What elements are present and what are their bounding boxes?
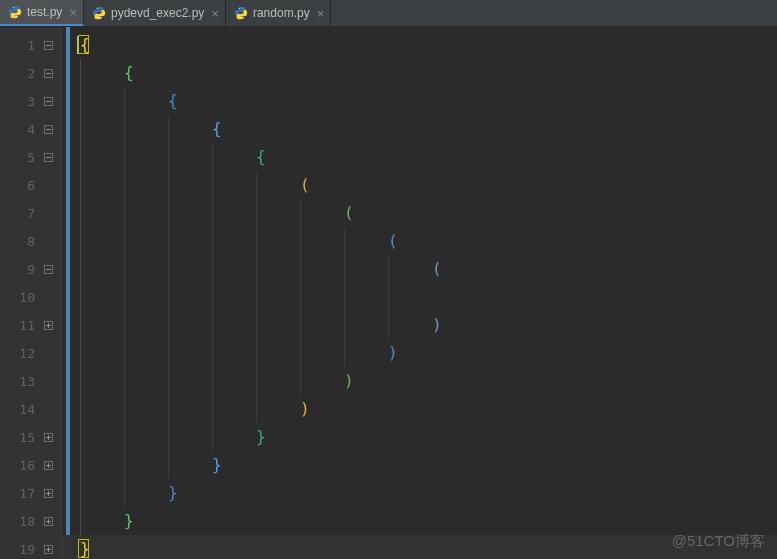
- gutter-row: 2: [0, 59, 61, 87]
- gutter-row: 7: [0, 199, 61, 227]
- line-number: 14: [3, 402, 35, 417]
- indent-guide: [300, 255, 301, 283]
- code-line: ): [62, 339, 777, 367]
- indent-guide: [256, 339, 257, 367]
- bracket-char: }: [124, 513, 134, 529]
- line-number: 6: [3, 178, 35, 193]
- line-number: 12: [3, 346, 35, 361]
- bracket-char: (: [388, 233, 398, 249]
- bracket-char: {: [124, 65, 134, 81]
- code-area[interactable]: {{{{{(((())))}}}}}: [62, 27, 777, 559]
- close-icon[interactable]: ×: [69, 6, 77, 19]
- line-number: 19: [3, 542, 35, 557]
- code-line: ): [62, 395, 777, 423]
- fold-open-icon[interactable]: [44, 125, 53, 134]
- bracket-char: ): [300, 401, 310, 417]
- tab-random-py[interactable]: random.py×: [226, 0, 331, 26]
- indent-guide: [300, 367, 301, 395]
- line-number: 11: [3, 318, 35, 333]
- gutter-row: 10: [0, 283, 61, 311]
- indent-guide: [256, 283, 257, 311]
- indent-guide: [80, 451, 81, 479]
- indent-guide: [256, 227, 257, 255]
- indent-guide: [168, 171, 169, 199]
- indent-guide: [256, 199, 257, 227]
- code-line: {: [62, 87, 777, 115]
- line-number: 2: [3, 66, 35, 81]
- close-icon[interactable]: ×: [317, 7, 325, 20]
- bracket-char: ): [432, 317, 442, 333]
- fold-open-icon[interactable]: [44, 69, 53, 78]
- indent-guide: [256, 311, 257, 339]
- fold-open-icon[interactable]: [44, 265, 53, 274]
- indent-guide: [168, 227, 169, 255]
- indent-guide: [168, 115, 169, 143]
- indent-guide: [212, 143, 213, 171]
- indent-guide: [212, 339, 213, 367]
- close-icon[interactable]: ×: [211, 7, 219, 20]
- tab-label: random.py: [253, 6, 310, 20]
- code-line: (: [62, 227, 777, 255]
- fold-close-icon[interactable]: [44, 433, 53, 442]
- line-number: 16: [3, 458, 35, 473]
- indent-guide: [124, 479, 125, 507]
- indent-guide: [124, 451, 125, 479]
- bracket-char: }: [212, 457, 222, 473]
- svg-point-4: [239, 8, 240, 9]
- gutter-row: 14: [0, 395, 61, 423]
- indent-guide: [124, 143, 125, 171]
- code-line: {: [62, 115, 777, 143]
- line-number: 10: [3, 290, 35, 305]
- tab-test-py[interactable]: test.py×: [0, 0, 84, 26]
- indent-guide: [124, 199, 125, 227]
- indent-guide: [124, 283, 125, 311]
- indent-guide: [256, 171, 257, 199]
- code-line: (: [62, 171, 777, 199]
- line-number: 9: [3, 262, 35, 277]
- indent-guide: [168, 255, 169, 283]
- bracket-char: }: [168, 485, 178, 501]
- tab-label: pydevd_exec2.py: [111, 6, 204, 20]
- indent-guide: [344, 255, 345, 283]
- tab-bar: test.py×pydevd_exec2.py×random.py×: [0, 0, 777, 27]
- fold-open-icon[interactable]: [44, 97, 53, 106]
- indent-guide: [168, 283, 169, 311]
- line-number: 15: [3, 430, 35, 445]
- bracket-char: }: [80, 541, 90, 557]
- bracket-char: ): [344, 373, 354, 389]
- gutter-row: 18: [0, 507, 61, 535]
- indent-guide: [124, 423, 125, 451]
- indent-guide: [124, 395, 125, 423]
- fold-open-icon[interactable]: [44, 153, 53, 162]
- gutter-row: 1: [0, 31, 61, 59]
- line-number: 13: [3, 374, 35, 389]
- fold-close-icon[interactable]: [44, 489, 53, 498]
- bracket-char: (: [300, 177, 310, 193]
- indent-guide: [212, 311, 213, 339]
- fold-close-icon[interactable]: [44, 321, 53, 330]
- indent-guide: [168, 143, 169, 171]
- code-line: }: [62, 535, 777, 559]
- fold-open-icon[interactable]: [44, 41, 53, 50]
- indent-guide: [80, 199, 81, 227]
- indent-guide: [256, 367, 257, 395]
- indent-guide: [80, 143, 81, 171]
- line-number: 8: [3, 234, 35, 249]
- indent-guide: [80, 311, 81, 339]
- indent-guide: [388, 255, 389, 283]
- code-line: ): [62, 311, 777, 339]
- indent-guide: [388, 283, 389, 311]
- tab-pydevd_exec2-py[interactable]: pydevd_exec2.py×: [84, 0, 226, 26]
- fold-close-icon[interactable]: [44, 517, 53, 526]
- indent-guide: [344, 227, 345, 255]
- line-number: 5: [3, 150, 35, 165]
- line-number: 18: [3, 514, 35, 529]
- indent-guide: [80, 479, 81, 507]
- indent-guide: [344, 339, 345, 367]
- bracket-char: }: [256, 429, 266, 445]
- code-line: {: [62, 31, 777, 59]
- fold-close-icon[interactable]: [44, 461, 53, 470]
- indent-guide: [80, 507, 81, 535]
- gutter-row: 12: [0, 339, 61, 367]
- fold-close-icon[interactable]: [44, 545, 53, 554]
